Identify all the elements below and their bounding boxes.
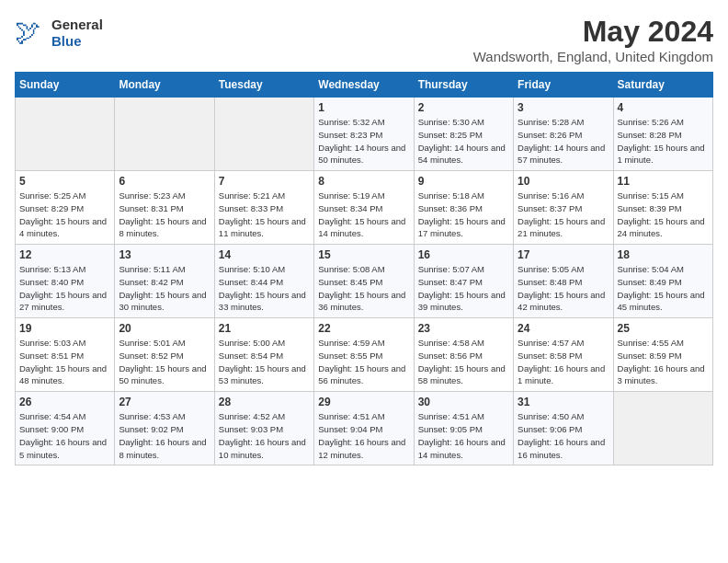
day-number: 24	[518, 322, 609, 335]
day-number: 14	[219, 248, 310, 261]
day-number: 13	[119, 248, 210, 261]
calendar-header: SundayMondayTuesdayWednesdayThursdayFrid…	[16, 73, 713, 98]
day-info: Sunrise: 5:18 AM Sunset: 8:36 PM Dayligh…	[418, 190, 509, 240]
calendar-cell: 18 Sunrise: 5:04 AM Sunset: 8:49 PM Dayl…	[613, 245, 712, 318]
calendar-cell: 16 Sunrise: 5:07 AM Sunset: 8:47 PM Dayl…	[414, 245, 513, 318]
calendar-cell: 26 Sunrise: 4:54 AM Sunset: 9:00 PM Dayl…	[16, 392, 115, 465]
month-title: May 2024	[473, 15, 713, 49]
logo: 🕊 General Blue	[15, 15, 103, 52]
calendar-cell: 25 Sunrise: 4:55 AM Sunset: 8:59 PM Dayl…	[613, 318, 712, 392]
calendar-week-2: 5 Sunrise: 5:25 AM Sunset: 8:29 PM Dayli…	[16, 171, 713, 245]
day-number: 3	[518, 101, 609, 114]
calendar-cell: 21 Sunrise: 5:00 AM Sunset: 8:54 PM Dayl…	[214, 318, 313, 392]
calendar-cell: 22 Sunrise: 4:59 AM Sunset: 8:55 PM Dayl…	[314, 318, 414, 392]
day-number: 27	[119, 396, 210, 408]
col-header-friday: Friday	[514, 73, 613, 98]
calendar-cell: 1 Sunrise: 5:32 AM Sunset: 8:23 PM Dayli…	[314, 98, 414, 171]
day-info: Sunrise: 4:59 AM Sunset: 8:55 PM Dayligh…	[318, 337, 409, 387]
day-info: Sunrise: 5:21 AM Sunset: 8:33 PM Dayligh…	[219, 190, 310, 240]
day-number: 2	[418, 101, 509, 114]
day-info: Sunrise: 5:28 AM Sunset: 8:26 PM Dayligh…	[518, 116, 609, 167]
day-number: 16	[418, 248, 509, 261]
day-number: 11	[618, 175, 709, 188]
calendar-cell	[613, 392, 712, 465]
day-number: 12	[19, 248, 110, 261]
day-number: 9	[418, 175, 509, 188]
day-info: Sunrise: 5:03 AM Sunset: 8:51 PM Dayligh…	[19, 337, 110, 387]
day-info: Sunrise: 4:51 AM Sunset: 9:04 PM Dayligh…	[318, 410, 409, 461]
calendar-cell	[16, 98, 115, 171]
calendar-cell	[115, 98, 214, 171]
day-info: Sunrise: 5:11 AM Sunset: 8:42 PM Dayligh…	[119, 263, 210, 314]
day-number: 1	[318, 101, 409, 114]
calendar-cell: 31 Sunrise: 4:50 AM Sunset: 9:06 PM Dayl…	[514, 392, 613, 465]
col-header-tuesday: Tuesday	[214, 73, 313, 98]
col-header-thursday: Thursday	[414, 73, 513, 98]
day-info: Sunrise: 4:50 AM Sunset: 9:06 PM Dayligh…	[518, 410, 609, 461]
calendar-cell: 30 Sunrise: 4:51 AM Sunset: 9:05 PM Dayl…	[414, 392, 513, 465]
calendar-cell: 20 Sunrise: 5:01 AM Sunset: 8:52 PM Dayl…	[115, 318, 214, 392]
day-number: 29	[318, 396, 409, 408]
calendar-cell: 29 Sunrise: 4:51 AM Sunset: 9:04 PM Dayl…	[314, 392, 414, 465]
calendar-cell: 9 Sunrise: 5:18 AM Sunset: 8:36 PM Dayli…	[414, 171, 513, 245]
calendar-cell: 17 Sunrise: 5:05 AM Sunset: 8:48 PM Dayl…	[514, 245, 613, 318]
day-number: 20	[119, 322, 210, 335]
day-info: Sunrise: 4:55 AM Sunset: 8:59 PM Dayligh…	[618, 337, 709, 387]
logo-icon: 🕊	[15, 15, 48, 52]
day-number: 7	[219, 175, 310, 188]
calendar-cell: 15 Sunrise: 5:08 AM Sunset: 8:45 PM Dayl…	[314, 245, 414, 318]
day-info: Sunrise: 4:57 AM Sunset: 8:58 PM Dayligh…	[518, 337, 609, 387]
day-number: 25	[618, 322, 709, 335]
day-info: Sunrise: 5:23 AM Sunset: 8:31 PM Dayligh…	[119, 190, 210, 240]
day-number: 17	[518, 248, 609, 261]
day-number: 22	[318, 322, 409, 335]
day-info: Sunrise: 5:00 AM Sunset: 8:54 PM Dayligh…	[219, 337, 310, 387]
col-header-sunday: Sunday	[16, 73, 115, 98]
day-number: 19	[19, 322, 110, 335]
calendar-cell: 28 Sunrise: 4:52 AM Sunset: 9:03 PM Dayl…	[214, 392, 313, 465]
calendar-cell: 3 Sunrise: 5:28 AM Sunset: 8:26 PM Dayli…	[514, 98, 613, 171]
day-info: Sunrise: 5:32 AM Sunset: 8:23 PM Dayligh…	[318, 116, 409, 167]
day-info: Sunrise: 5:04 AM Sunset: 8:49 PM Dayligh…	[618, 263, 709, 314]
day-info: Sunrise: 4:52 AM Sunset: 9:03 PM Dayligh…	[219, 410, 310, 461]
day-number: 10	[518, 175, 609, 188]
day-number: 4	[618, 101, 709, 114]
day-info: Sunrise: 4:58 AM Sunset: 8:56 PM Dayligh…	[418, 337, 509, 387]
day-info: Sunrise: 5:08 AM Sunset: 8:45 PM Dayligh…	[318, 263, 409, 314]
calendar-cell: 6 Sunrise: 5:23 AM Sunset: 8:31 PM Dayli…	[115, 171, 214, 245]
day-info: Sunrise: 5:30 AM Sunset: 8:25 PM Dayligh…	[418, 116, 509, 167]
day-number: 26	[19, 396, 110, 408]
calendar-cell: 5 Sunrise: 5:25 AM Sunset: 8:29 PM Dayli…	[16, 171, 115, 245]
day-info: Sunrise: 4:53 AM Sunset: 9:02 PM Dayligh…	[119, 410, 210, 461]
day-number: 21	[219, 322, 310, 335]
logo-general: General	[51, 17, 103, 33]
calendar-cell: 2 Sunrise: 5:30 AM Sunset: 8:25 PM Dayli…	[414, 98, 513, 171]
calendar-cell: 13 Sunrise: 5:11 AM Sunset: 8:42 PM Dayl…	[115, 245, 214, 318]
calendar-cell: 11 Sunrise: 5:15 AM Sunset: 8:39 PM Dayl…	[613, 171, 712, 245]
calendar-cell: 14 Sunrise: 5:10 AM Sunset: 8:44 PM Dayl…	[214, 245, 313, 318]
day-info: Sunrise: 5:19 AM Sunset: 8:34 PM Dayligh…	[318, 190, 409, 240]
calendar-cell: 10 Sunrise: 5:16 AM Sunset: 8:37 PM Dayl…	[514, 171, 613, 245]
day-number: 6	[119, 175, 210, 188]
day-info: Sunrise: 5:10 AM Sunset: 8:44 PM Dayligh…	[219, 263, 310, 314]
day-info: Sunrise: 5:01 AM Sunset: 8:52 PM Dayligh…	[119, 337, 210, 387]
day-info: Sunrise: 4:51 AM Sunset: 9:05 PM Dayligh…	[418, 410, 509, 461]
calendar-week-4: 19 Sunrise: 5:03 AM Sunset: 8:51 PM Dayl…	[16, 318, 713, 392]
col-header-monday: Monday	[115, 73, 214, 98]
calendar-week-1: 1 Sunrise: 5:32 AM Sunset: 8:23 PM Dayli…	[16, 98, 713, 171]
col-header-saturday: Saturday	[613, 73, 712, 98]
page-header: 🕊 General Blue May 2024 Wandsworth, Engl…	[15, 15, 713, 64]
calendar-cell: 12 Sunrise: 5:13 AM Sunset: 8:40 PM Dayl…	[16, 245, 115, 318]
calendar-week-3: 12 Sunrise: 5:13 AM Sunset: 8:40 PM Dayl…	[16, 245, 713, 318]
day-info: Sunrise: 5:05 AM Sunset: 8:48 PM Dayligh…	[518, 263, 609, 314]
calendar-cell: 7 Sunrise: 5:21 AM Sunset: 8:33 PM Dayli…	[214, 171, 313, 245]
day-number: 28	[219, 396, 310, 408]
day-info: Sunrise: 5:07 AM Sunset: 8:47 PM Dayligh…	[418, 263, 509, 314]
day-info: Sunrise: 5:16 AM Sunset: 8:37 PM Dayligh…	[518, 190, 609, 240]
day-number: 15	[318, 248, 409, 261]
day-info: Sunrise: 5:25 AM Sunset: 8:29 PM Dayligh…	[19, 190, 110, 240]
day-info: Sunrise: 4:54 AM Sunset: 9:00 PM Dayligh…	[19, 410, 110, 461]
calendar-cell	[214, 98, 313, 171]
calendar-cell: 27 Sunrise: 4:53 AM Sunset: 9:02 PM Dayl…	[115, 392, 214, 465]
logo-blue: Blue	[51, 33, 103, 50]
